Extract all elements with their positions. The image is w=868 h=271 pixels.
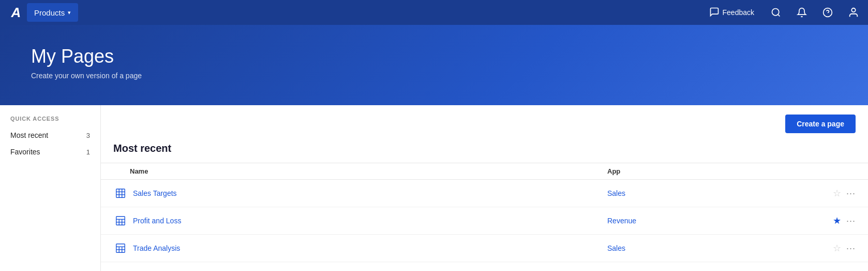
svg-line-1 xyxy=(778,15,780,17)
table-row[interactable]: Sales Targets Sales ☆ ··· xyxy=(101,180,868,207)
notifications-button[interactable] xyxy=(794,4,810,21)
logo-letter: A xyxy=(11,5,20,21)
feedback-button[interactable]: Feedback xyxy=(705,5,758,21)
content-header: Create a page xyxy=(101,105,868,142)
svg-rect-10 xyxy=(116,217,125,225)
favorite-icon[interactable]: ☆ xyxy=(833,188,841,199)
row-page-name[interactable]: Trade Analysis xyxy=(133,244,607,252)
products-menu-button[interactable]: Products ▾ xyxy=(27,3,78,22)
column-header-name: Name xyxy=(113,167,607,175)
row-app-name[interactable]: Sales xyxy=(607,189,814,197)
svg-rect-15 xyxy=(116,244,125,253)
help-button[interactable] xyxy=(819,4,836,21)
page-subtitle: Create your own version of a page xyxy=(31,72,837,80)
favorite-icon[interactable]: ★ xyxy=(833,215,841,226)
svg-rect-5 xyxy=(116,189,125,198)
sidebar: QUICK ACCESS Most recent 3 Favorites 1 xyxy=(0,105,101,271)
sidebar-item-count: 1 xyxy=(86,148,90,156)
feedback-bubble-icon xyxy=(709,7,720,19)
user-menu-button[interactable] xyxy=(845,4,862,21)
page-title: My Pages xyxy=(31,46,837,67)
products-label: Products xyxy=(34,8,65,17)
logo[interactable]: A xyxy=(6,3,25,22)
page-type-icon xyxy=(113,241,128,255)
create-page-button[interactable]: Create a page xyxy=(785,115,856,133)
row-page-name[interactable]: Profit and Loss xyxy=(133,217,607,225)
table-row[interactable]: Trade Analysis Sales ☆ ··· xyxy=(101,235,868,262)
row-actions: ★ ··· xyxy=(814,215,856,226)
svg-point-4 xyxy=(851,8,855,12)
sidebar-item-favorites[interactable]: Favorites 1 xyxy=(0,144,100,160)
table-header: Name App xyxy=(101,163,868,180)
feedback-label: Feedback xyxy=(723,8,754,17)
row-actions: ☆ ··· xyxy=(814,243,856,254)
more-options-icon[interactable]: ··· xyxy=(846,188,856,199)
sidebar-item-label: Most recent xyxy=(10,131,48,139)
more-options-icon[interactable]: ··· xyxy=(846,216,856,226)
sidebar-section-label: QUICK ACCESS xyxy=(0,116,100,122)
content-panel: Create a page Most recent Name App Sales… xyxy=(101,105,868,271)
favorite-icon[interactable]: ☆ xyxy=(833,243,841,254)
column-header-app: App xyxy=(607,167,814,175)
row-app-name[interactable]: Sales xyxy=(607,244,814,252)
hero-banner: My Pages Create your own version of a pa… xyxy=(0,25,868,105)
more-options-icon[interactable]: ··· xyxy=(846,243,856,254)
top-navigation: A Products ▾ Feedback xyxy=(0,0,868,25)
page-type-icon xyxy=(113,213,128,228)
chevron-down-icon: ▾ xyxy=(68,9,71,16)
search-button[interactable] xyxy=(768,4,784,21)
row-actions: ☆ ··· xyxy=(814,188,856,199)
main-area: QUICK ACCESS Most recent 3 Favorites 1 C… xyxy=(0,105,868,271)
sidebar-item-most-recent[interactable]: Most recent 3 xyxy=(0,127,100,144)
sidebar-item-count: 3 xyxy=(86,132,90,139)
nav-right-actions: Feedback xyxy=(705,4,862,21)
sidebar-item-label: Favorites xyxy=(10,148,40,156)
svg-point-0 xyxy=(772,9,779,16)
page-type-icon xyxy=(113,186,128,201)
row-app-name[interactable]: Revenue xyxy=(607,217,814,225)
row-page-name[interactable]: Sales Targets xyxy=(133,189,607,197)
section-title: Most recent xyxy=(101,142,868,163)
table-row[interactable]: Profit and Loss Revenue ★ ··· xyxy=(101,207,868,235)
